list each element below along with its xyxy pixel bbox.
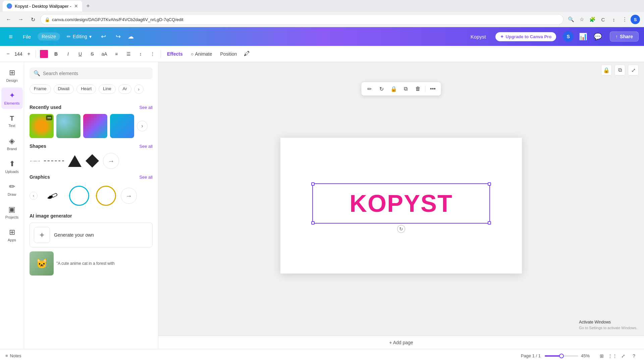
grid-view-btn[interactable]: ⊞ — [597, 351, 606, 361]
menu-btn[interactable]: ⋮ — [620, 15, 629, 24]
zoom-btn[interactable]: 🔍 — [566, 15, 576, 24]
category-frame[interactable]: Frame — [30, 84, 51, 94]
shape-dashed-item[interactable] — [44, 161, 64, 161]
sidebar-item-apps[interactable]: ⊞ Apps — [1, 224, 23, 246]
elem-copy-btn[interactable]: ⧉ — [400, 83, 411, 94]
zoom-slider[interactable] — [545, 355, 578, 357]
shapes-see-all[interactable]: See all — [139, 144, 153, 149]
comments-btn[interactable]: 💬 — [592, 33, 603, 41]
back-btn[interactable]: ← — [4, 15, 13, 24]
search-box[interactable]: 🔍 — [30, 67, 153, 79]
extensions-btn[interactable]: 🧩 — [588, 15, 597, 24]
shape-triangle-item[interactable] — [68, 155, 82, 167]
refresh-btn[interactable]: ↻ — [28, 15, 38, 24]
elem-edit-btn[interactable]: ✏ — [364, 83, 375, 94]
recent-items-more[interactable]: › — [137, 121, 148, 131]
graphic-item-circle-gold[interactable] — [94, 184, 118, 208]
upgrade-btn[interactable]: ✦ Upgrade to Canva Pro — [495, 32, 556, 41]
pipette-btn[interactable]: 🖍 — [241, 49, 252, 59]
sync-btn[interactable]: ↕ — [609, 15, 619, 24]
share-icon: ↑ — [615, 34, 618, 39]
text-color-btn[interactable] — [39, 49, 49, 59]
list-view-btn[interactable]: ⋮⋮ — [608, 351, 617, 361]
recent-item-2[interactable] — [56, 114, 80, 138]
editing-btn[interactable]: ✏ Editing ▾ — [64, 33, 94, 41]
sidebar-item-design[interactable]: ⊞ Design — [1, 65, 23, 86]
share-btn[interactable]: ↑ Share — [610, 32, 639, 42]
category-line[interactable]: Line — [99, 84, 116, 94]
help-btn[interactable]: ? — [629, 351, 639, 361]
handle-top-right[interactable] — [488, 182, 491, 186]
graphics-prev-btn[interactable]: ‹ — [30, 192, 38, 200]
sidebar-item-brand[interactable]: ◈ Brand — [1, 133, 23, 155]
handle-bottom-right[interactable] — [488, 221, 491, 225]
fullscreen-btn[interactable]: ⤢ — [619, 351, 628, 361]
category-diwali[interactable]: Diwali — [54, 84, 74, 94]
notes-btn[interactable]: ≡ Notes — [5, 353, 21, 358]
cloud-save-btn[interactable]: ☁ — [128, 33, 134, 40]
list-btn[interactable]: ☰ — [123, 49, 134, 59]
canvas-page[interactable]: KOPYST ↻ — [280, 138, 522, 274]
star-btn[interactable]: ☆ — [577, 15, 586, 24]
strikethrough-btn[interactable]: S — [87, 49, 98, 59]
animate-btn[interactable]: ○ Animate — [187, 50, 216, 58]
add-page-btn[interactable]: + Add page — [158, 336, 644, 349]
recently-used-see-all[interactable]: See all — [139, 105, 153, 110]
active-tab[interactable]: Kopyst - Desktop Wallpaper - ✕ — [3, 1, 82, 11]
tab-close-btn[interactable]: ✕ — [74, 3, 78, 9]
font-size-minus-btn[interactable]: − — [4, 50, 12, 58]
ai-preview-item-1[interactable]: 🐱 — [30, 251, 54, 276]
user-avatar[interactable]: S — [563, 31, 574, 42]
canva-ext-btn[interactable]: C — [598, 15, 608, 24]
elem-rotate-btn[interactable]: ↻ — [376, 83, 387, 94]
forward-btn[interactable]: → — [16, 15, 25, 24]
profile-btn[interactable]: S — [631, 15, 640, 24]
graphics-more-btn[interactable]: → — [121, 188, 137, 204]
effects-btn[interactable]: Effects — [164, 50, 186, 58]
resize-btn[interactable]: Resize — [38, 33, 60, 41]
case-btn[interactable]: aA — [99, 49, 110, 59]
categories-more-btn[interactable]: › — [134, 84, 144, 94]
recent-item-4[interactable] — [110, 114, 134, 138]
underline-btn[interactable]: U — [75, 49, 86, 59]
undo-btn[interactable]: ↩ — [98, 33, 109, 40]
category-ar[interactable]: Ar — [118, 84, 131, 94]
shape-line-item[interactable]: ← - - - → — [30, 159, 40, 163]
category-heart[interactable]: Heart — [76, 84, 96, 94]
sidebar-item-text[interactable]: T Text — [1, 110, 23, 132]
rotate-handle[interactable]: ↻ — [397, 225, 405, 233]
zoom-thumb[interactable] — [559, 354, 564, 358]
analytics-btn[interactable]: 📊 — [578, 33, 588, 41]
elem-more-btn[interactable]: ••• — [428, 83, 438, 94]
address-bar[interactable]: 🔒 canva.com/design/DAGPJTKvAhs/F4VCb2dag… — [40, 14, 564, 25]
line-height-btn[interactable]: ↕ — [135, 49, 146, 59]
graphic-item-brush[interactable]: 🖌 — [40, 184, 64, 208]
search-input[interactable] — [43, 71, 149, 76]
handle-bottom-left[interactable] — [311, 221, 315, 225]
sidebar-item-draw[interactable]: ✏ Draw — [1, 179, 23, 200]
spacing-btn[interactable]: ⋮ — [147, 49, 158, 59]
align-btn[interactable]: ≡ — [111, 49, 122, 59]
ai-generate-btn[interactable]: + Generate your own — [30, 223, 153, 247]
shape-diamond-item[interactable] — [86, 154, 99, 168]
graphics-see-all[interactable]: See all — [139, 175, 153, 180]
redo-btn[interactable]: ↪ — [113, 33, 124, 40]
shapes-more-btn[interactable]: → — [103, 153, 119, 169]
sidebar-item-elements[interactable]: ✦ Elements — [1, 87, 23, 109]
handle-top-left[interactable] — [311, 182, 315, 186]
text-selection-box[interactable]: KOPYST ↻ — [312, 183, 490, 224]
recent-item-3[interactable] — [83, 114, 107, 138]
font-size-plus-btn[interactable]: + — [25, 50, 33, 58]
hamburger-btn[interactable]: ≡ — [5, 33, 16, 41]
position-btn[interactable]: Position — [217, 50, 240, 58]
file-btn[interactable]: File — [20, 33, 34, 41]
sidebar-item-uploads[interactable]: ⬆ Uploads — [1, 156, 23, 177]
elem-delete-btn[interactable]: 🗑 — [413, 83, 423, 94]
new-tab-btn[interactable]: + — [84, 1, 93, 11]
elem-lock-btn[interactable]: 🔒 — [388, 83, 399, 94]
sidebar-item-projects[interactable]: ▣ Projects — [1, 201, 23, 223]
bold-btn[interactable]: B — [51, 49, 61, 59]
italic-btn[interactable]: I — [63, 49, 73, 59]
graphic-item-circle-teal[interactable] — [67, 184, 91, 208]
recent-item-1[interactable]: ••• — [30, 114, 54, 138]
